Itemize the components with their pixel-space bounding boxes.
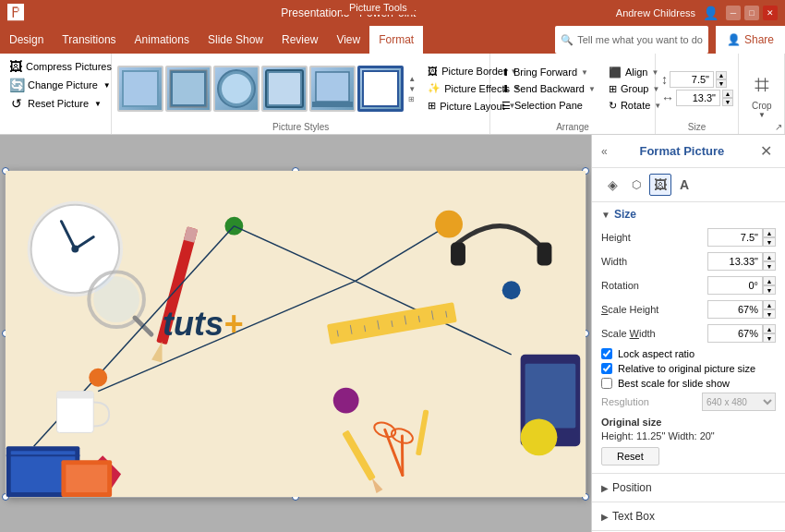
slide-image: tuts+: [6, 171, 586, 497]
change-picture-button[interactable]: 🔄 Change Picture ▼: [6, 76, 105, 94]
style-thumb-1[interactable]: [117, 66, 163, 112]
width-prop-down[interactable]: ▼: [763, 261, 776, 271]
selection-pane-icon: ☰: [501, 100, 511, 112]
textbox-section[interactable]: ▶ Text Box: [592, 502, 785, 530]
position-section[interactable]: ▶ Position: [592, 473, 785, 502]
panel-close-button[interactable]: ✕: [756, 142, 776, 160]
height-icon: ↕: [661, 72, 668, 87]
app-logo: 🅿: [7, 4, 81, 23]
width-down-button[interactable]: ▼: [722, 98, 733, 106]
scale-height-down[interactable]: ▼: [763, 309, 776, 319]
thumb-up-icon[interactable]: ▲: [407, 74, 417, 84]
scale-width-row: Scale Width ▲ ▼: [601, 324, 776, 343]
scale-width-down[interactable]: ▼: [763, 333, 776, 343]
svg-point-5: [222, 74, 251, 103]
scale-width-input[interactable]: [707, 324, 763, 343]
compress-pictures-button[interactable]: 🖼 Compress Pictures: [6, 57, 105, 76]
best-scale-checkbox[interactable]: [601, 378, 612, 389]
height-input-wrap: ▲ ▼: [707, 228, 776, 247]
bring-forward-button[interactable]: ⬆ Bring Forward ▼: [496, 65, 601, 80]
svg-point-46: [333, 387, 359, 413]
menu-item-animations[interactable]: Animations: [126, 26, 199, 54]
text-icon: A: [680, 177, 689, 192]
scale-height-up[interactable]: ▲: [763, 300, 776, 309]
send-backward-label: Send Backward: [513, 83, 585, 94]
height-prop-input[interactable]: [707, 228, 763, 247]
close-button[interactable]: ✕: [763, 6, 778, 20]
bringfwd-dropdown-icon: ▼: [581, 68, 588, 77]
arrange-col-1: ⬆ Bring Forward ▼ ⬇ Send Backward ▼ ☰ Se…: [496, 65, 601, 114]
scale-width-label: Scale Width: [601, 328, 656, 339]
style-thumb-5[interactable]: [309, 66, 356, 112]
send-backward-icon: ⬇: [501, 83, 510, 95]
height-down-button[interactable]: ▼: [716, 79, 727, 88]
height-prop-down[interactable]: ▼: [763, 237, 776, 247]
send-backward-button[interactable]: ⬇ Send Backward ▼: [496, 81, 601, 97]
relative-to-checkbox[interactable]: [601, 363, 612, 374]
text-tab[interactable]: A: [673, 174, 695, 196]
style-thumb-6[interactable]: [357, 66, 404, 112]
group-icon: ⊞: [609, 83, 617, 95]
search-box[interactable]: 🔍 Tell me what you want to do: [555, 26, 708, 54]
thumb-down-icon[interactable]: ▼: [407, 84, 417, 94]
thumb-more-icon[interactable]: ⊞: [407, 94, 417, 104]
lock-aspect-checkbox[interactable]: [601, 348, 612, 359]
panel-icon-tabs: ◈ ⬡ 🖼 A: [592, 168, 785, 202]
panel-expand-button[interactable]: «: [601, 145, 608, 158]
rotation-prop-down[interactable]: ▼: [763, 285, 776, 295]
slide-container[interactable]: tuts+: [5, 170, 586, 498]
rotation-prop-input[interactable]: [707, 276, 763, 295]
fill-icon: ◈: [608, 177, 618, 192]
crop-dropdown-icon[interactable]: ▼: [758, 111, 766, 119]
width-up-button[interactable]: ▲: [722, 90, 733, 98]
rotate-label: Rotate: [621, 100, 650, 111]
height-prop-up[interactable]: ▲: [763, 228, 776, 237]
scale-height-input[interactable]: [707, 300, 763, 319]
menu-item-format[interactable]: Format: [369, 26, 423, 54]
width-spinner-row: ↔ ▲ ▼: [661, 90, 733, 106]
lock-aspect-row: Lock aspect ratio: [601, 348, 776, 359]
resolution-select[interactable]: 640 x 480 800 x 600 1024 x 768: [702, 393, 776, 411]
menu-item-transitions[interactable]: Transitions: [53, 26, 125, 54]
menu-item-view[interactable]: View: [327, 26, 369, 54]
minimize-button[interactable]: ─: [726, 6, 741, 20]
size-group: ↕ ▲ ▼ ↔ ▲ ▼ Size: [656, 54, 739, 134]
style-thumb-2[interactable]: [165, 66, 211, 112]
maximize-button[interactable]: □: [744, 6, 759, 20]
size-properties: Height ▲ ▼ Width ▲: [592, 224, 785, 473]
align-label: Align: [625, 66, 647, 78]
width-input[interactable]: [676, 90, 720, 106]
share-label: Share: [744, 33, 774, 46]
svg-rect-31: [537, 242, 552, 265]
width-prop-up[interactable]: ▲: [763, 252, 776, 261]
reset-picture-button[interactable]: ↺ Reset Picture ▼: [6, 94, 105, 113]
thumb-scroll-controls: ▲ ▼ ⊞: [407, 74, 417, 104]
picture-tab[interactable]: 🖼: [649, 174, 671, 196]
share-button[interactable]: 👤 Share: [716, 26, 785, 54]
menu-item-slideshow[interactable]: Slide Show: [199, 26, 272, 54]
rotation-prop-up[interactable]: ▲: [763, 276, 776, 285]
crop-group: ⌗ Crop ▼ ↗: [739, 54, 785, 134]
picture-commands-group: 🖼 Compress Pictures 🔄 Change Picture ▼ ↺…: [0, 54, 112, 134]
menubar: Design Transitions Animations Slide Show…: [0, 26, 785, 54]
width-prop-input[interactable]: [707, 252, 763, 271]
shadow-tab[interactable]: ⬡: [625, 174, 647, 196]
svg-rect-9: [312, 102, 353, 107]
size-section-header[interactable]: ▼ Size: [592, 202, 785, 224]
menu-item-design[interactable]: Design: [0, 26, 53, 54]
height-input[interactable]: [670, 71, 714, 88]
scale-width-up[interactable]: ▲: [763, 324, 776, 333]
scale-height-row: Scale Height ▲ ▼: [601, 300, 776, 319]
svg-point-16: [71, 245, 78, 252]
fill-effects-tab[interactable]: ◈: [601, 174, 623, 196]
style-thumb-3[interactable]: [213, 66, 260, 112]
crop-button[interactable]: ⌗: [755, 70, 769, 101]
reset-size-button[interactable]: Reset: [601, 447, 659, 466]
lock-aspect-label: Lock aspect ratio: [618, 348, 694, 359]
height-up-button[interactable]: ▲: [716, 71, 727, 79]
picture-styles-group: ▲ ▼ ⊞ 🖼 Picture Border ▼ ✨ Picture Effec…: [112, 54, 490, 134]
selection-pane-button[interactable]: ☰ Selection Pane: [496, 98, 601, 114]
expand-size-button[interactable]: ↗: [775, 122, 782, 132]
menu-item-review[interactable]: Review: [272, 26, 327, 54]
style-thumb-4[interactable]: [261, 66, 308, 112]
